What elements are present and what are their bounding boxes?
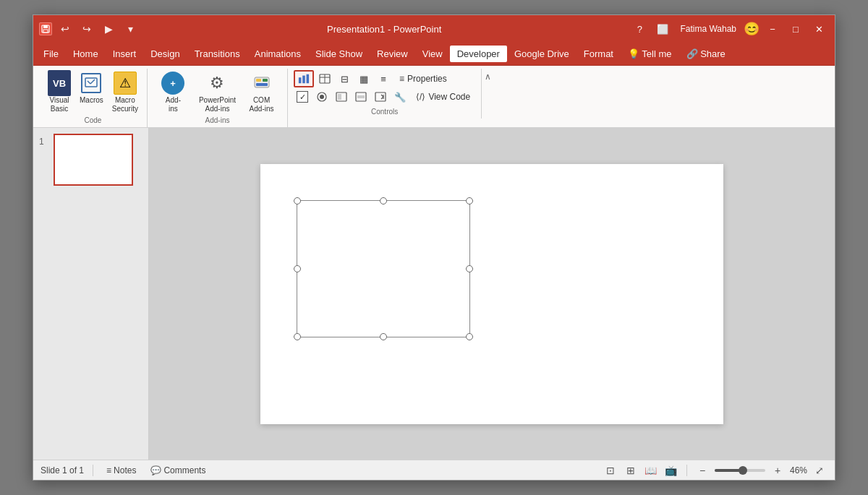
insert-btn3[interactable]: ⊟ (336, 71, 353, 87)
minimize-button[interactable]: − (762, 20, 783, 38)
ribbon-expand-btn[interactable]: ∧ (482, 69, 493, 82)
ppt-addins-button[interactable]: ⚙ PowerPointAdd-ins (196, 70, 239, 115)
handle-bottom-right[interactable] (466, 333, 473, 340)
window-title: Presentation1 - PowerPoint (139, 24, 629, 35)
user-avatar: 😊 (744, 21, 760, 37)
menu-tellme[interactable]: 💡 Tell me (621, 46, 679, 62)
menu-view[interactable]: View (415, 46, 450, 62)
menu-animations[interactable]: Animations (247, 46, 308, 62)
insert-table-button[interactable] (316, 71, 333, 87)
macros-icon (80, 72, 103, 95)
slider-thumb[interactable] (739, 466, 747, 475)
slider-fill (715, 469, 740, 472)
undo-button[interactable]: ↩ (56, 20, 74, 38)
title-bar: ↩ ↪ ▶ ▾ Presentation1 - PowerPoint ? ⬜ F… (33, 15, 835, 43)
com-addins-button[interactable]: COMAdd-ins (242, 70, 281, 115)
slide-number: 1 (39, 134, 49, 147)
selection-box[interactable] (297, 200, 470, 337)
macro-security-button[interactable]: ⚠ MacroSecurity (109, 70, 141, 115)
menu-home[interactable]: Home (66, 46, 106, 62)
menu-format[interactable]: Format (576, 46, 621, 62)
handle-top-center[interactable] (380, 197, 387, 205)
svg-point-19 (320, 95, 324, 99)
present-button[interactable]: ▶ (100, 20, 117, 38)
svg-rect-21 (338, 94, 341, 100)
maximize-button[interactable]: □ (786, 20, 806, 38)
macro-security-label: MacroSecurity (112, 96, 138, 113)
menu-design[interactable]: Design (143, 46, 187, 62)
visual-basic-button[interactable]: VB VisualBasic (45, 70, 74, 115)
menu-share[interactable]: 🔗 Share (679, 46, 733, 62)
svg-rect-1 (43, 25, 48, 28)
status-separator-1 (93, 465, 93, 476)
svg-rect-24 (375, 92, 386, 101)
slide-thumbnail[interactable] (54, 134, 133, 186)
quick-access-btn[interactable]: ▾ (122, 20, 139, 38)
zoom-in-button[interactable]: + (770, 463, 786, 478)
help-button[interactable]: ? (629, 20, 650, 38)
svg-rect-23 (357, 95, 365, 98)
properties-icon: ≡ (399, 74, 404, 84)
notes-icon: ≡ (106, 465, 111, 475)
visual-basic-label: VisualBasic (49, 96, 69, 113)
view-code-button[interactable]: ⟨/⟩ View Code (411, 89, 475, 105)
ctrl-btn-3[interactable] (333, 89, 350, 105)
notes-button[interactable]: ≡ Notes (102, 464, 140, 477)
menu-developer[interactable]: Developer (450, 46, 507, 62)
checkbox-ctrl-btn[interactable]: ✓ (294, 89, 311, 105)
ppt-addins-icon: ⚙ (205, 72, 229, 95)
addins-button[interactable]: + Add-ins (153, 70, 193, 115)
menu-bar: File Home Insert Design Transitions Anim… (33, 43, 835, 66)
menu-googledrive[interactable]: Google Drive (507, 46, 576, 62)
title-bar-left: ↩ ↪ ▶ ▾ (39, 20, 139, 38)
view-code-label: View Code (428, 92, 470, 102)
handle-bottom-center[interactable] (380, 333, 387, 340)
zoom-level: 46% (790, 465, 807, 475)
insert-btn4[interactable]: ▦ (355, 71, 373, 87)
warning-icon: ⚠ (114, 72, 137, 95)
svg-rect-13 (302, 76, 305, 84)
code-group: VB VisualBasic (39, 69, 148, 127)
normal-view-button[interactable]: ⊡ (603, 463, 618, 478)
addins-group: + Add-ins ⚙ PowerPointAdd-ins (148, 69, 288, 127)
slide-canvas[interactable] (260, 164, 723, 424)
status-bar: Slide 1 of 1 ≡ Notes 💬 Comments ⊡ ⊞ 📖 📺 … (33, 460, 835, 480)
status-right: ⊡ ⊞ 📖 📺 − + 46% ⤢ (603, 463, 827, 478)
addins-group-label: Add-ins (205, 116, 230, 124)
menu-review[interactable]: Review (370, 46, 415, 62)
redo-button[interactable]: ↪ (78, 20, 95, 38)
fit-slide-button[interactable]: ⤢ (812, 463, 827, 478)
presentation-view-button[interactable]: 📺 (663, 463, 679, 478)
menu-slideshow[interactable]: Slide Show (308, 46, 370, 62)
handle-middle-right[interactable] (466, 265, 473, 272)
handle-top-right[interactable] (466, 197, 473, 205)
properties-button[interactable]: ≡ Properties (394, 71, 452, 87)
handle-top-left[interactable] (294, 197, 301, 205)
macro-security-icon: ⚠ (114, 72, 137, 95)
macros-button[interactable]: Macros (77, 70, 106, 106)
zoom-slider[interactable] (715, 469, 765, 472)
ribbon-collapse-button[interactable]: ⬜ (652, 20, 673, 38)
handle-middle-left[interactable] (294, 265, 301, 272)
ctrl-btn-4[interactable] (352, 89, 370, 105)
svg-text:+: + (171, 78, 176, 89)
checkbox-icon: ✓ (297, 91, 308, 103)
slides-panel: 1 (33, 128, 149, 460)
insert-chart-button[interactable] (294, 70, 314, 87)
ctrl-btn-5[interactable] (372, 89, 389, 105)
menu-file[interactable]: File (36, 46, 66, 62)
status-left: Slide 1 of 1 ≡ Notes 💬 Comments (41, 464, 595, 477)
save-icon[interactable] (39, 22, 52, 35)
spanner-btn[interactable]: 🔧 (391, 89, 409, 105)
insert-btn5[interactable]: ≡ (375, 71, 392, 87)
radio-ctrl-btn[interactable] (313, 89, 331, 105)
menu-insert[interactable]: Insert (106, 46, 144, 62)
visual-basic-icon: VB (48, 72, 71, 95)
menu-transitions[interactable]: Transitions (187, 46, 247, 62)
close-button[interactable]: ✕ (809, 20, 829, 38)
reading-view-button[interactable]: 📖 (643, 463, 659, 478)
comments-button[interactable]: 💬 Comments (146, 464, 210, 477)
slide-sorter-button[interactable]: ⊞ (623, 463, 639, 478)
handle-bottom-left[interactable] (294, 333, 301, 340)
zoom-out-button[interactable]: − (694, 463, 710, 478)
